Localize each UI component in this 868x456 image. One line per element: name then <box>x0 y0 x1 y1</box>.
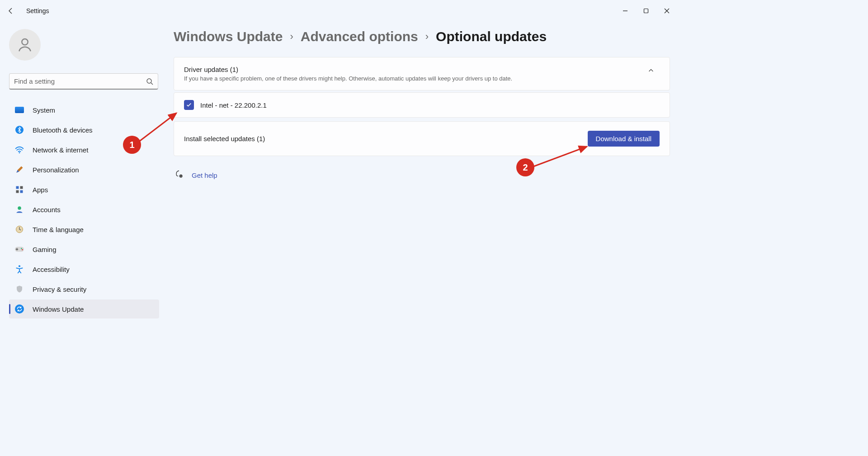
chevron-right-icon: › <box>425 31 429 43</box>
svg-rect-9 <box>16 190 19 193</box>
download-install-button[interactable]: Download & install <box>588 131 660 147</box>
driver-checkbox[interactable] <box>184 100 194 110</box>
accessibility-icon <box>14 264 24 274</box>
svg-line-20 <box>533 147 587 166</box>
chevron-right-icon: › <box>290 31 293 43</box>
nav-time-language[interactable]: Time & language <box>9 220 159 239</box>
breadcrumb: Windows Update › Advanced options › Opti… <box>174 29 670 44</box>
search-input[interactable] <box>14 77 146 85</box>
sidebar: System Bluetooth & devices Network & int… <box>0 22 163 456</box>
chevron-up-icon <box>648 67 654 74</box>
annotation-marker-2: 2 <box>516 158 534 176</box>
svg-rect-8 <box>20 186 23 189</box>
svg-point-6 <box>19 152 20 153</box>
person-icon <box>16 36 33 53</box>
window-controls <box>615 4 677 18</box>
close-icon <box>664 8 670 14</box>
account-icon <box>14 204 24 214</box>
maximize-button[interactable] <box>636 4 656 18</box>
svg-point-3 <box>147 79 151 83</box>
wifi-icon <box>14 145 24 155</box>
minimize-icon <box>623 8 628 14</box>
close-button[interactable] <box>656 4 677 18</box>
driver-updates-title: Driver updates (1) <box>184 66 642 73</box>
driver-update-row[interactable]: Intel - net - 22.200.2.1 <box>174 92 670 118</box>
svg-rect-7 <box>16 186 19 189</box>
nav-label: Gaming <box>33 246 57 253</box>
nav-apps[interactable]: Apps <box>9 180 159 199</box>
nav-gaming[interactable]: Gaming <box>9 240 159 259</box>
nav-accessibility[interactable]: Accessibility <box>9 260 159 279</box>
nav-label: Personalization <box>33 166 79 174</box>
search-icon <box>146 78 153 85</box>
app-title: Settings <box>26 7 49 14</box>
search-input-container[interactable] <box>9 73 158 90</box>
gamepad-icon <box>14 244 24 254</box>
monitor-icon <box>14 105 24 115</box>
nav-windows-update[interactable]: Windows Update <box>9 299 159 318</box>
nav-personalization[interactable]: Personalization <box>9 160 159 179</box>
check-icon <box>186 102 192 108</box>
update-icon <box>14 304 24 314</box>
maximize-icon <box>643 8 649 14</box>
driver-updates-subtitle: If you have a specific problem, one of t… <box>184 75 642 82</box>
svg-line-4 <box>151 83 153 85</box>
svg-rect-10 <box>20 190 23 193</box>
nav-label: Bluetooth & devices <box>33 126 93 134</box>
nav-privacy[interactable]: Privacy & security <box>9 280 159 299</box>
minimize-button[interactable] <box>615 4 636 18</box>
apps-icon <box>14 185 24 195</box>
breadcrumb-windows-update[interactable]: Windows Update <box>174 29 283 44</box>
shield-icon <box>14 284 24 294</box>
nav-label: Accessibility <box>33 266 70 273</box>
bluetooth-icon <box>14 125 24 135</box>
nav-label: Apps <box>33 186 48 194</box>
svg-point-15 <box>22 249 23 251</box>
get-help-link[interactable]: Get help <box>192 171 217 179</box>
nav-label: System <box>33 106 55 114</box>
clock-globe-icon <box>14 224 24 234</box>
get-help-row: ? Get help <box>174 170 670 180</box>
nav-accounts[interactable]: Accounts <box>9 200 159 219</box>
install-selected-label: Install selected updates (1) <box>184 135 588 142</box>
svg-text:?: ? <box>180 175 182 178</box>
arrow-left-icon <box>7 7 14 14</box>
nav-label: Accounts <box>33 206 61 214</box>
nav-label: Windows Update <box>33 305 84 313</box>
driver-name: Intel - net - 22.200.2.1 <box>200 101 267 109</box>
install-selected-row: Install selected updates (1) Download & … <box>174 121 670 156</box>
annotation-arrow-1 <box>137 110 182 144</box>
annotation-marker-1: 1 <box>123 136 141 154</box>
breadcrumb-advanced-options[interactable]: Advanced options <box>301 29 418 44</box>
nav-label: Time & language <box>33 226 84 233</box>
svg-point-14 <box>21 248 22 249</box>
svg-point-11 <box>18 206 21 210</box>
nav-label: Network & internet <box>33 146 88 154</box>
breadcrumb-current: Optional updates <box>436 29 547 44</box>
paintbrush-icon <box>14 165 24 175</box>
back-button[interactable] <box>4 4 18 18</box>
help-icon: ? <box>175 170 184 180</box>
titlebar: Settings <box>0 0 681 22</box>
svg-point-2 <box>22 39 28 45</box>
svg-rect-1 <box>644 9 648 13</box>
annotation-arrow-2 <box>532 144 590 168</box>
user-avatar[interactable] <box>9 29 41 61</box>
driver-updates-header[interactable]: Driver updates (1) If you have a specifi… <box>174 57 670 90</box>
nav-label: Privacy & security <box>33 285 86 293</box>
svg-line-19 <box>138 113 176 142</box>
main-content: Windows Update › Advanced options › Opti… <box>163 22 681 456</box>
svg-point-16 <box>19 265 20 267</box>
collapse-button[interactable] <box>642 66 660 77</box>
